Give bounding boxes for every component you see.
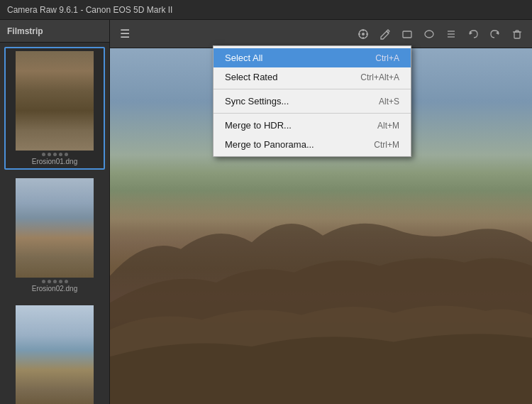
content-area: ☰ [110,20,532,404]
svg-point-7 [425,31,433,38]
menu-item-select-all[interactable]: Select All Ctrl+A [214,48,411,67]
dot [59,153,62,156]
filmstrip-label-1: Erosion01.dng [32,158,78,165]
menu-item-merge-hdr[interactable]: Merge to HDR... Alt+M [214,116,411,135]
dot [65,153,68,156]
menu-separator-1 [214,89,411,89]
menu-button[interactable]: ☰ [116,25,134,43]
filmstrip-label-2: Erosion02.dng [32,285,78,293]
dot [48,280,51,283]
dot [42,153,45,156]
filmstrip-thumb-1 [16,51,94,151]
main-layout: Filmstrip Erosion01.dng [0,20,532,404]
undo-icon[interactable] [464,25,482,43]
dot [59,280,62,283]
menu-item-select-all-label: Select All [225,53,354,63]
menu-item-merge-hdr-shortcut: Alt+M [377,121,399,131]
filmstrip-header: Filmstrip [0,20,109,43]
filmstrip-dots-1 [42,153,68,156]
filmstrip-item-3[interactable]: Erosion03.dng [4,301,105,404]
filmstrip-panel: Filmstrip Erosion01.dng [0,20,110,404]
menu-separator-2 [214,113,411,114]
redo-icon[interactable] [486,25,504,43]
rect-icon[interactable] [398,25,416,43]
menu-item-select-rated-label: Select Rated [225,72,339,82]
svg-point-1 [362,33,365,36]
filmstrip-item-2[interactable]: Erosion02.dng [4,174,105,297]
filmstrip-dots-2 [42,280,68,283]
context-menu: Select All Ctrl+A Select Rated Ctrl+Alt+… [213,45,411,157]
menu-item-sync-settings[interactable]: Sync Settings... Alt+S [214,92,411,111]
svg-marker-11 [470,31,472,35]
dot [42,280,45,283]
svg-rect-13 [514,32,520,38]
trash-icon[interactable] [508,25,526,43]
menu-item-select-all-shortcut: Ctrl+A [375,53,399,63]
filmstrip-thumb-2 [16,178,94,278]
filmstrip-items: Erosion01.dng Erosion02.dng [0,43,109,404]
dot [53,153,57,156]
circle-icon[interactable] [420,25,438,43]
filmstrip-item-1[interactable]: Erosion01.dng [4,47,105,170]
dot [53,280,57,283]
pencil-icon[interactable] [376,25,394,43]
title-text: Camera Raw 9.6.1 - Canon EOS 5D Mark II [7,5,172,15]
title-bar: Camera Raw 9.6.1 - Canon EOS 5D Mark II [0,0,532,20]
svg-rect-6 [403,31,411,38]
menu-item-sync-settings-shortcut: Alt+S [379,97,399,107]
menu-item-sync-settings-label: Sync Settings... [225,96,358,107]
svg-marker-12 [496,31,499,35]
menu-item-select-rated[interactable]: Select Rated Ctrl+Alt+A [214,67,411,87]
toolbar-right [354,25,526,43]
menu-item-select-rated-shortcut: Ctrl+Alt+A [360,72,399,82]
filmstrip-thumb-3 [16,305,94,404]
menu-item-merge-panorama[interactable]: Merge to Panorama... Ctrl+M [214,135,411,154]
dot [65,280,68,283]
menu-item-merge-hdr-label: Merge to HDR... [225,120,356,131]
target-icon[interactable] [354,25,372,43]
filmstrip-label: Filmstrip [7,26,43,36]
list-icon[interactable] [442,25,460,43]
menu-item-merge-panorama-label: Merge to Panorama... [225,139,353,150]
dot [48,153,51,156]
menu-item-merge-panorama-shortcut: Ctrl+M [374,140,399,150]
toolbar: ☰ [110,20,532,48]
